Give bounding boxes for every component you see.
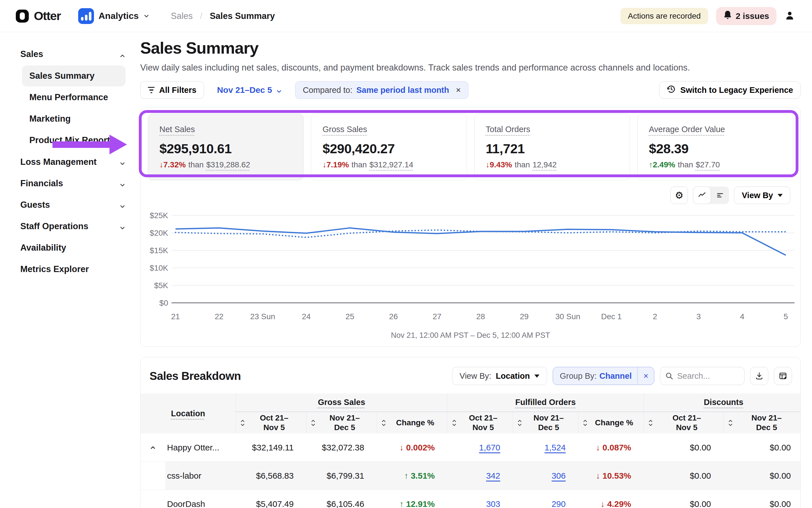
sidebar-item-staff-operations[interactable]: Staff Operations — [20, 216, 126, 237]
caret-down-icon — [777, 194, 783, 197]
sidebar-item-guests[interactable]: Guests — [20, 194, 126, 216]
search-icon — [665, 372, 673, 380]
row-location: DoorDash — [165, 490, 236, 508]
row-location: Happy Otter... — [165, 433, 236, 462]
change-percent-cell: ↓ 0.087% — [578, 433, 643, 462]
switch-legacy-button[interactable]: Switch to Legacy Experience — [659, 81, 801, 99]
chart-settings-button[interactable]: ⚙ — [670, 186, 688, 204]
money-cell: $5,407.49 — [236, 490, 306, 508]
orders-link[interactable]: 342 — [486, 471, 500, 481]
app-name: Analytics — [98, 11, 139, 21]
sort-icon — [452, 419, 456, 426]
kpi-than-label: than — [678, 160, 693, 169]
download-button[interactable] — [750, 367, 768, 385]
chevron-down-icon — [119, 202, 126, 208]
kpi-delta-percent: ↓7.19% — [322, 160, 349, 169]
sidebar-subitem-menu-performance[interactable]: Menu Performance — [22, 87, 126, 108]
sort-icon — [240, 419, 245, 426]
kpi-label: Average Order Value — [649, 125, 781, 134]
all-filters-button[interactable]: All Filters — [140, 81, 204, 99]
bar-sort-toggle[interactable] — [711, 186, 729, 204]
sidebar-item-label: Guests — [20, 200, 50, 210]
filter-row: All Filters Nov 21–Dec 5 Compared to: Sa… — [140, 81, 801, 99]
kpi-value: 11,721 — [486, 141, 619, 156]
kpi-card[interactable]: Net Sales$295,910.61↓7.32%than$319,288.6… — [148, 114, 304, 180]
close-icon[interactable]: × — [638, 371, 654, 381]
kpi-compare-value: 12,942 — [532, 160, 557, 169]
orders-link[interactable]: 306 — [552, 471, 566, 481]
kpi-label: Net Sales — [160, 125, 292, 134]
chart-view-by-button[interactable]: View By — [734, 186, 790, 204]
view-by-location-button[interactable]: View By: Location — [452, 367, 547, 385]
kpi-value: $28.39 — [649, 141, 781, 156]
sidebar-subitem-product-mix-report[interactable]: Product Mix Report — [22, 130, 126, 151]
money-cell: $0.00 — [643, 490, 723, 508]
y-tick-label: $10K — [150, 264, 169, 272]
kpi-card[interactable]: Gross Sales$290,420.27↓7.19%than$312,927… — [311, 114, 467, 180]
column-subheader[interactable]: Nov 21– Dec 5 — [513, 412, 578, 433]
sales-line-chart: $0$5K$10K$15K$20K$25K212223 Sun242526272… — [148, 207, 793, 330]
collapse-icon — [149, 444, 156, 451]
kpi-card[interactable]: Total Orders11,721↓9.43%than12,942 — [474, 114, 630, 180]
column-subheader[interactable]: Oct 21– Nov 5 — [643, 412, 723, 433]
app-switcher[interactable]: Analytics — [78, 8, 149, 24]
sidebar-item-loss-management[interactable]: Loss Management — [20, 151, 126, 173]
kpi-delta: ↓9.43%than12,942 — [486, 160, 619, 169]
orders-link[interactable]: 1,524 — [545, 443, 566, 453]
kpi-delta-percent: ↓7.32% — [160, 160, 186, 169]
sidebar-subitem-sales-summary[interactable]: Sales Summary — [22, 66, 126, 86]
filter-icon — [148, 87, 154, 93]
chevron-up-icon — [119, 51, 126, 57]
money-cell: $6,799.31 — [306, 462, 377, 490]
sort-icon — [648, 419, 653, 426]
sidebar-item-availability[interactable]: Availability — [20, 237, 126, 258]
x-tick-label: 2 — [653, 312, 658, 321]
close-icon[interactable]: × — [456, 85, 461, 95]
sidebar-item-financials[interactable]: Financials — [20, 173, 126, 194]
date-range-button[interactable]: Nov 21–Dec 5 — [217, 85, 282, 95]
sidebar-subitem-label: Sales Summary — [29, 71, 94, 81]
compared-to-chip[interactable]: Compared to: Same period last month × — [295, 81, 468, 99]
orders-link[interactable]: 303 — [486, 499, 500, 508]
sidebar-item-label: Loss Management — [20, 157, 96, 167]
orders-link[interactable]: 290 — [552, 499, 566, 508]
column-subheader[interactable]: Nov 21– Dec 5 — [723, 412, 801, 433]
breadcrumb-root[interactable]: Sales — [171, 11, 193, 21]
chart-type-toggle — [693, 186, 729, 204]
sidebar-item-metrics-explorer[interactable]: Metrics Explorer — [20, 258, 126, 280]
page-subtitle: View daily sales including net sales, di… — [140, 62, 801, 73]
column-subheader[interactable]: Change % — [377, 412, 447, 433]
issues-badge[interactable]: 2 issues — [716, 7, 776, 25]
kpi-delta-percent: ↑2.49% — [649, 160, 675, 169]
column-subheader[interactable]: Nov 21– Dec 5 — [306, 412, 377, 433]
x-tick-label: 25 — [345, 312, 354, 321]
group-by-channel-chip[interactable]: Group By: Channel × — [553, 367, 654, 385]
chevron-down-icon — [119, 159, 126, 165]
row-expand-cell[interactable] — [140, 433, 165, 462]
column-group-header: Discounts — [643, 393, 801, 412]
caret-down-icon — [534, 375, 539, 378]
sidebar-item-sales[interactable]: Sales — [20, 43, 126, 65]
orders-cell: 1,670 — [447, 433, 513, 462]
breadcrumb: Sales / Sales Summary — [171, 11, 275, 21]
orders-cell: 303 — [447, 490, 513, 508]
otter-logo[interactable]: Otter — [16, 9, 61, 23]
column-subheader[interactable]: Oct 21– Nov 5 — [447, 412, 513, 433]
sidebar-subitem-marketing[interactable]: Marketing — [22, 109, 126, 129]
line-chart-icon — [698, 191, 706, 200]
user-avatar-button[interactable] — [784, 10, 795, 22]
kpi-card[interactable]: Average Order Value$28.39↑2.49%than$27.7… — [637, 114, 793, 180]
customize-columns-button[interactable] — [774, 367, 792, 385]
orders-link[interactable]: 1,670 — [479, 443, 500, 453]
y-tick-label: $0 — [160, 299, 168, 307]
line-chart-toggle[interactable] — [693, 186, 711, 204]
column-group-header: Gross Sales — [236, 393, 447, 412]
column-header-location[interactable]: Location — [140, 393, 236, 433]
sidebar-item-label: Staff Operations — [20, 221, 88, 231]
column-subheader[interactable]: Change % — [578, 412, 643, 433]
x-tick-label: 23 Sun — [250, 312, 275, 321]
x-tick-label: 3 — [696, 312, 701, 321]
column-subheader[interactable]: Oct 21– Nov 5 — [236, 412, 306, 433]
top-bar: Otter Analytics Sales / Sales Summary Ac… — [0, 0, 812, 32]
kpi-label: Gross Sales — [322, 125, 455, 134]
